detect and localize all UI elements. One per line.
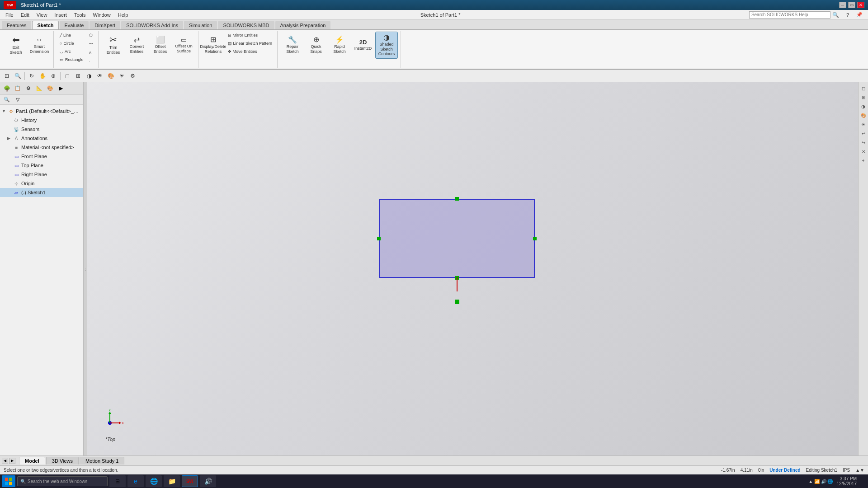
convert-entities-button[interactable]: ⇄ ConvertEntities [126,32,148,59]
menu-tools[interactable]: Tools [71,11,90,19]
dimxpert-manager-btn[interactable]: 📐 [34,84,44,94]
taskbar-task-view[interactable]: ⊟ [109,475,126,487]
rp-undo[interactable]: ↩ [859,129,868,137]
menu-insert[interactable]: Insert [51,11,71,19]
filter-btn[interactable]: ▽ [13,95,23,105]
start-button[interactable] [2,475,15,487]
titlebar-controls[interactable]: ─ ▭ ✕ [839,2,864,8]
feature-manager-btn[interactable]: 🌳 [2,84,12,94]
edit-appearance-button[interactable]: 🎨 [106,71,116,81]
view-settings-button[interactable]: ⚙ [127,71,137,81]
offset-on-surface-button[interactable]: ▭ Offset OnSurface [173,32,195,59]
zoom-button[interactable]: ⊕ [48,71,58,81]
rp-redo[interactable]: ↪ [859,138,868,146]
tab-dimxpert[interactable]: DimXpert [90,21,120,29]
shaded-sketch-contours-button[interactable]: ◑ ShadedSketchContours [375,32,398,59]
rotate-view-button[interactable]: ↻ [27,71,37,81]
rp-view-btn2[interactable]: ⊞ [859,93,868,101]
scene-button[interactable]: ☀ [117,71,127,81]
display-style-button[interactable]: ◑ [84,71,94,81]
menu-help[interactable]: Help [114,11,132,19]
menu-edit[interactable]: Edit [17,11,33,19]
sketch-rectangle[interactable] [379,199,535,278]
zoom-fit-button[interactable]: ⊡ [2,71,12,81]
rp-view-btn4[interactable]: 🎨 [859,111,868,119]
taskbar-solidworks[interactable]: SW [182,475,198,487]
tab-mbd[interactable]: SOLIDWORKS MBD [218,21,274,29]
forward-arrow[interactable]: ▶ [56,84,66,94]
menu-view[interactable]: View [33,11,51,19]
tree-item-front-plane[interactable]: ▭ Front Plane [0,152,83,161]
tree-item-top-plane[interactable]: ▭ Top Plane [0,161,83,170]
standard-views-button[interactable]: ◻ [62,71,72,81]
rp-close[interactable]: ✕ [859,147,868,155]
origin-handle[interactable] [455,300,459,304]
search-panel-btn[interactable]: 🔍 [2,95,12,105]
rp-plus[interactable]: + [859,156,868,164]
handle-left-center[interactable] [377,237,381,240]
rectangle-tool-button[interactable]: ▭ Rectangle [57,56,86,63]
part1-expand[interactable]: ▼ [2,109,7,113]
status-zoom-control[interactable]: ▲▼ [855,468,864,473]
tab-sketch[interactable]: Sketch [32,21,58,29]
tree-item-annotations[interactable]: ▶ A Annotations [0,134,83,143]
display-delete-relations-button[interactable]: ⊞ Display/DeleteRelations [202,32,225,59]
property-manager-btn[interactable]: 📋 [13,84,23,94]
taskbar-explorer[interactable]: 📁 [164,475,180,487]
point-tool-button[interactable]: · [87,57,95,65]
rp-view-btn1[interactable]: ◻ [859,84,868,92]
tab-evaluate[interactable]: Evaluate [60,21,89,29]
tab-addins[interactable]: SOLIDWORKS Add-Ins [121,21,183,29]
rp-view-btn3[interactable]: ◑ [859,102,868,110]
handle-top-center[interactable] [455,197,459,201]
spline-tool-button[interactable]: 〜 [87,40,95,48]
text-tool-button[interactable]: A [87,49,95,56]
scroll-right-btn[interactable]: ▶ [9,458,15,464]
pan-button[interactable]: ✋ [38,71,47,81]
tree-item-origin[interactable]: ⊹ Origin [0,179,83,188]
zoom-area-button[interactable]: 🔍 [13,71,23,81]
search-icon[interactable]: 🔍 [832,12,839,18]
tree-item-material[interactable]: ■ Material <not specified> [0,143,83,152]
tab-model[interactable]: Model [19,457,45,465]
search-input[interactable] [749,11,830,19]
arc-tool-button[interactable]: ◡ Arc [57,48,86,55]
line-tool-button[interactable]: ╱ Line [57,32,86,39]
scroll-left-btn[interactable]: ◀ [2,458,8,464]
keep-visible-button[interactable]: 📌 [853,11,866,19]
config-manager-btn[interactable]: ⚙ [24,84,33,94]
exit-sketch-button[interactable]: ⬅ ExitSketch [5,32,27,59]
tab-simulation[interactable]: Simulation [184,21,217,29]
tab-motion-study[interactable]: Motion Study 1 [80,457,124,465]
tree-item-right-plane[interactable]: ▭ Right Plane [0,170,83,179]
tree-item-sketch1[interactable]: ▱ (-) Sketch1 [0,188,83,197]
taskbar-search-box[interactable]: 🔍 Search the web and Windows [17,476,108,486]
tab-3dviews[interactable]: 3D Views [46,457,79,465]
minimize-button[interactable]: ─ [839,2,846,8]
viewport[interactable]: X Y *Top [87,82,858,455]
linear-pattern-button[interactable]: ▤ Linear Sketch Pattern [226,40,275,47]
tree-item-sensors[interactable]: 📡 Sensors [0,125,83,134]
taskbar-ie[interactable]: e [127,475,144,487]
move-entities-button[interactable]: ✥ Move Entities [226,48,275,55]
circle-tool-button[interactable]: ○ Circle [57,40,86,47]
tree-item-part1[interactable]: ▼ ⚙ Part1 (Default<<Default>_Display S [0,107,83,116]
rapid-sketch-button[interactable]: ⚡ RapidSketch [328,32,351,59]
taskbar-edge[interactable]: 🌐 [146,475,162,487]
repair-sketch-button[interactable]: 🔧 RepairSketch [281,32,304,59]
tree-item-history[interactable]: ⏱ History [0,116,83,125]
handle-right-center[interactable] [533,237,537,240]
offset-entities-button[interactable]: ⬜ OffsetEntities [149,32,172,59]
taskbar-clock[interactable]: 3:37 PM 12/5/2017 [837,476,857,486]
taskbar-app5[interactable]: 🔊 [200,475,216,487]
close-button[interactable]: ✕ [857,2,864,8]
instant2d-button[interactable]: 2D Instant2D [352,32,374,59]
help-button[interactable]: ? [843,11,853,19]
panel-resize-handle[interactable]: ⋮ [84,82,87,455]
tab-analysis[interactable]: Analysis Preparation [275,21,331,29]
trim-entities-button[interactable]: ✂ TrimEntities [102,32,125,59]
annotations-expand[interactable]: ▶ [7,136,13,141]
rp-view-btn5[interactable]: ☀ [859,120,868,128]
menu-file[interactable]: File [2,11,17,19]
menu-window[interactable]: Window [90,11,114,19]
